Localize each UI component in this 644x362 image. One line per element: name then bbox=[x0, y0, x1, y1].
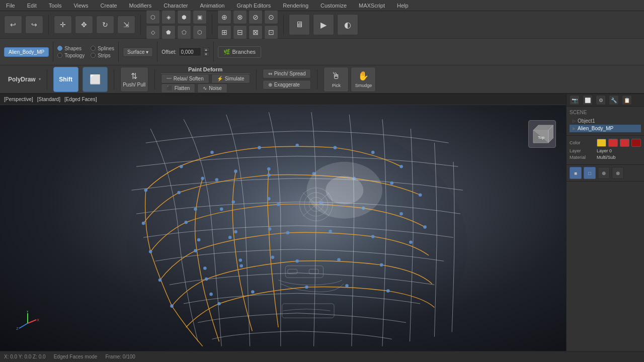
viewport-standard: [Standard] bbox=[37, 97, 60, 102]
pick-smudge-group: 🖱 Pick ✋ Smudge bbox=[324, 67, 376, 92]
offset-down[interactable]: ▼ bbox=[203, 52, 209, 56]
pushpull-btn[interactable]: ⇅ Push/ Pull bbox=[120, 67, 148, 92]
color-swatch-4[interactable] bbox=[631, 139, 641, 147]
tool3[interactable]: ⬢ bbox=[177, 10, 191, 24]
panel-icon-clipboard[interactable]: 📋 bbox=[622, 95, 632, 105]
simulate-icon: ⚡ bbox=[217, 76, 223, 81]
snap5[interactable]: ⊞ bbox=[217, 25, 231, 39]
color-swatch-3[interactable] bbox=[620, 139, 629, 147]
offset-up[interactable]: ▲ bbox=[203, 47, 209, 52]
sep11 bbox=[154, 69, 155, 89]
sep9 bbox=[47, 69, 47, 89]
topology-option[interactable]: Topology bbox=[57, 53, 85, 58]
viewport-3d[interactable]: Top X Y Z bbox=[0, 105, 566, 351]
splines-option[interactable]: Splines bbox=[91, 46, 114, 51]
svg-point-51 bbox=[234, 230, 237, 234]
snap4[interactable]: ⊙ bbox=[264, 10, 278, 24]
panel-icon-3[interactable]: ⊕ bbox=[598, 167, 610, 179]
flatten-btn[interactable]: ⬛ Flatten bbox=[161, 83, 196, 93]
tool6[interactable]: ⬟ bbox=[162, 25, 176, 39]
noise-btn[interactable]: ∿ Noise bbox=[197, 83, 227, 93]
snap6[interactable]: ⊟ bbox=[233, 25, 247, 39]
undo-btn[interactable]: ↩ bbox=[4, 16, 22, 34]
panel-icon-wrench[interactable]: 🔧 bbox=[609, 95, 619, 105]
pick-icon: 🖱 bbox=[332, 71, 341, 81]
menu-help[interactable]: Help bbox=[395, 2, 411, 10]
exaggerate-btn[interactable]: ⊕ Exaggerate bbox=[263, 80, 311, 89]
panel-blue-icon-2[interactable]: □ bbox=[584, 167, 596, 179]
menu-rendering[interactable]: Rendering bbox=[281, 2, 310, 10]
menu-file[interactable]: File bbox=[4, 2, 17, 10]
tool2[interactable]: ◈ bbox=[162, 10, 176, 24]
rotate-btn[interactable]: ↻ bbox=[96, 16, 114, 34]
smudge-icon: ✋ bbox=[358, 70, 369, 81]
alien-body-btn[interactable]: Alien_Body_MP bbox=[4, 47, 49, 57]
render-setup[interactable]: 🖥 bbox=[289, 14, 310, 35]
right-panel-top: 📷 ⬜ ⚙ 🔧 📋 bbox=[567, 94, 644, 107]
sep6 bbox=[118, 42, 119, 62]
panel-icon-gear[interactable]: ⚙ bbox=[596, 95, 606, 105]
strips-option[interactable]: Strips bbox=[91, 53, 114, 58]
menu-tools[interactable]: Tools bbox=[47, 2, 64, 10]
menu-views[interactable]: Views bbox=[71, 2, 90, 10]
menu-character[interactable]: Character bbox=[162, 2, 190, 10]
scale-btn[interactable]: ⇲ bbox=[117, 16, 135, 34]
viewport[interactable]: [Perspective] [Standard] [Edged Faces] bbox=[0, 94, 566, 351]
tree-item-2[interactable]: ▶ Alien_Body_MP bbox=[570, 125, 641, 132]
menu-modifiers[interactable]: Modifiers bbox=[127, 2, 154, 10]
move-btn[interactable]: ✥ bbox=[75, 16, 93, 34]
shapes-option[interactable]: Shapes bbox=[57, 46, 85, 51]
menu-maxscript[interactable]: MAXScript bbox=[357, 2, 387, 10]
snap8[interactable]: ⊡ bbox=[264, 25, 278, 39]
material-editor[interactable]: ◐ bbox=[337, 14, 358, 35]
panel-icon-grid[interactable]: ⬜ bbox=[583, 95, 593, 105]
snap2[interactable]: ⊗ bbox=[233, 10, 247, 24]
tool4[interactable]: ▣ bbox=[193, 10, 207, 24]
menu-customize[interactable]: Customize bbox=[318, 2, 349, 10]
snap3[interactable]: ⊘ bbox=[249, 10, 263, 24]
color-swatch[interactable] bbox=[597, 139, 606, 147]
smudge-btn[interactable]: ✋ Smudge bbox=[351, 67, 376, 92]
svg-point-45 bbox=[194, 208, 197, 211]
render-btn[interactable]: ▶ bbox=[313, 14, 334, 35]
svg-point-33 bbox=[380, 263, 383, 267]
branches-btn[interactable]: 🌿 Branches bbox=[218, 46, 261, 58]
tool7[interactable]: ⬠ bbox=[177, 25, 191, 39]
pushpull-icon: ⇅ bbox=[131, 71, 137, 81]
tree-item-1[interactable]: ▷ Object1 bbox=[570, 117, 641, 125]
status-selection: Edged Faces mode bbox=[54, 354, 98, 359]
svg-point-2 bbox=[180, 165, 183, 168]
tree-label-1: Object1 bbox=[578, 118, 595, 124]
menu-graph-editors[interactable]: Graph Editors bbox=[234, 2, 273, 10]
svg-text:Y: Y bbox=[26, 311, 29, 314]
tool8[interactable]: ⬡ bbox=[193, 25, 207, 39]
tool-icons-group: ⬡ ◈ ⬢ ▣ ◇ ⬟ ⬠ ⬡ bbox=[146, 10, 207, 39]
offset-input[interactable] bbox=[179, 47, 201, 56]
simulate-btn[interactable]: ⚡ Simulate bbox=[211, 74, 250, 83]
square-icon-btn[interactable]: ⬜ bbox=[83, 67, 108, 92]
shift-btn[interactable]: Shift bbox=[53, 67, 78, 92]
menu-bar: File Edit Tools Views Create Modifiers C… bbox=[0, 0, 644, 11]
polydraw-label: PolyDraw bbox=[8, 76, 36, 83]
panel-icon-camera[interactable]: 📷 bbox=[570, 95, 580, 105]
panel-icon-4[interactable]: ⊗ bbox=[612, 167, 624, 179]
color-swatch-2[interactable] bbox=[608, 139, 618, 147]
select-btn[interactable]: ✛ bbox=[54, 16, 72, 34]
redo-btn[interactable]: ↪ bbox=[25, 16, 43, 34]
pinch-spread-btn[interactable]: ⇔ Pinch/ Spread bbox=[263, 69, 311, 78]
surface-btn[interactable]: Surface ▾ bbox=[123, 47, 153, 57]
menu-create[interactable]: Create bbox=[99, 2, 119, 10]
panel-blue-icon-1[interactable]: ■ bbox=[570, 167, 582, 179]
snap1[interactable]: ⊕ bbox=[217, 10, 231, 24]
polydraw-dropdown[interactable]: ▾ bbox=[39, 77, 41, 81]
tool5[interactable]: ◇ bbox=[146, 25, 160, 39]
pick-btn[interactable]: 🖱 Pick bbox=[324, 67, 349, 92]
menu-animation[interactable]: Animation bbox=[198, 2, 227, 10]
nav-cube[interactable]: Top bbox=[528, 120, 556, 148]
viewport-edged-faces: [Edged Faces] bbox=[64, 97, 97, 102]
tool1[interactable]: ⬡ bbox=[146, 10, 160, 24]
relax-soften-btn[interactable]: 〰 Relax/ Soften bbox=[161, 74, 209, 83]
snap7[interactable]: ⊠ bbox=[249, 25, 263, 39]
menu-edit[interactable]: Edit bbox=[25, 2, 39, 10]
layer-row: Layer Layer 0 bbox=[570, 148, 641, 153]
